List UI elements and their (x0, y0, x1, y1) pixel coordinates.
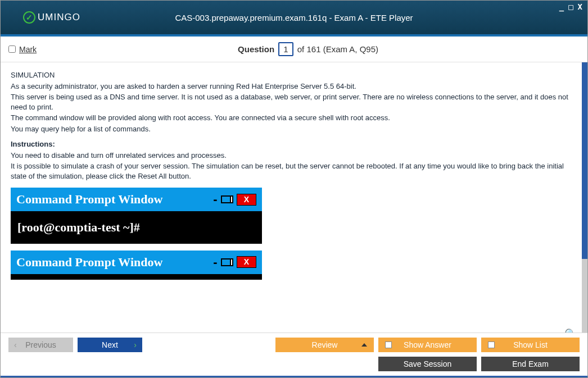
button-row-2: Save Session End Exam (8, 357, 580, 371)
logo-text: UMINGO (38, 12, 80, 23)
question-header: Mark Question 1 of 161 (Exam A, Q95) (1, 37, 587, 62)
button-row-1: ‹Previous Next› Review Show Answer Show … (8, 338, 580, 352)
command-prompt-window-2: Command Prompt Window - X (11, 251, 262, 280)
triangle-up-icon (361, 343, 367, 347)
question-total: of 161 (Exam A, Q95) (297, 44, 378, 54)
mark-label[interactable]: Mark (19, 45, 37, 54)
cmd-titlebar: Command Prompt Window - X (11, 251, 262, 274)
review-button[interactable]: Review (275, 338, 374, 352)
cmd-window-title: Command Prompt Window (16, 191, 213, 208)
previous-button[interactable]: ‹Previous (8, 338, 73, 352)
scenario-line: This server is being used as a DNS and t… (11, 92, 572, 112)
app-window: ✓ UMINGO CAS-003.prepaway.premium.exam.1… (0, 0, 588, 378)
close-icon[interactable]: X (576, 2, 584, 11)
instructions-paragraph: You need to disable and turn off unrelat… (11, 151, 572, 181)
window-controls: _ □ X (558, 2, 584, 11)
bottom-border (1, 376, 587, 377)
show-answer-label: Show Answer (404, 340, 451, 349)
scrollbar-thumb[interactable] (582, 62, 587, 259)
zoom-tools: 🔍 🔍+ 🔍- (564, 327, 577, 333)
show-list-button[interactable]: Show List (481, 338, 580, 352)
next-label: Next (102, 340, 118, 349)
end-exam-button[interactable]: End Exam (481, 357, 580, 371)
command-prompt-window-1: Command Prompt Window - X [root@comptia-… (11, 188, 262, 243)
cmd-close-button[interactable]: X (237, 256, 256, 268)
checkbox-icon (385, 341, 392, 348)
content-wrapper: SIMULATION As a security administrator, … (1, 62, 587, 333)
instructions-label: Instructions: (11, 139, 572, 149)
scenario-line: The command window will be provided alon… (11, 113, 572, 123)
question-indicator: Question 1 of 161 (Exam A, Q95) (37, 42, 580, 56)
cmd-titlebar: Command Prompt Window - X (11, 188, 262, 211)
cmd-restore-icon[interactable] (221, 195, 233, 203)
question-label: Question (238, 44, 274, 54)
review-label: Review (312, 340, 338, 349)
instructions-line: You need to disable and turn off unrelat… (11, 151, 572, 161)
cmd-terminal-body[interactable]: [root@comptia-test ~]# (11, 211, 262, 244)
cmd-terminal-body[interactable] (11, 274, 262, 280)
mark-checkbox[interactable] (8, 45, 16, 53)
checkbox-icon (488, 341, 495, 348)
search-icon[interactable]: 🔍 (564, 327, 577, 333)
cmd-window-title: Command Prompt Window (16, 254, 213, 271)
cmd-close-button[interactable]: X (237, 194, 256, 206)
content-area[interactable]: SIMULATION As a security administrator, … (1, 62, 582, 333)
cmd-minimize-icon[interactable]: - (213, 254, 217, 271)
instructions-line: It is possible to simulate a crash of yo… (11, 161, 572, 181)
logo-check-icon: ✓ (23, 11, 35, 24)
previous-label: Previous (25, 340, 56, 349)
show-list-label: Show List (513, 340, 548, 349)
minimize-icon[interactable]: _ (558, 2, 566, 11)
simulation-label: SIMULATION (11, 70, 572, 80)
scenario-line: As a security administrator, you are ask… (11, 81, 572, 92)
bottom-toolbar: ‹Previous Next› Review Show Answer Show … (1, 333, 587, 376)
scenario-paragraph: As a security administrator, you are ask… (11, 81, 572, 134)
scenario-line: You may query help for a list of command… (11, 124, 572, 134)
save-session-button[interactable]: Save Session (378, 357, 477, 371)
maximize-icon[interactable]: □ (567, 2, 575, 11)
window-title: CAS-003.prepaway.premium.exam.161q - Exa… (175, 13, 413, 22)
cmd-prompt-text: [root@comptia-test ~]# (17, 220, 140, 234)
cmd-restore-icon[interactable] (221, 258, 233, 266)
next-button[interactable]: Next› (78, 338, 142, 352)
app-logo: ✓ UMINGO (23, 11, 80, 24)
question-number: 1 (278, 42, 293, 56)
titlebar: ✓ UMINGO CAS-003.prepaway.premium.exam.1… (1, 1, 587, 34)
show-answer-button[interactable]: Show Answer (378, 338, 477, 352)
scrollbar[interactable] (582, 62, 587, 333)
cmd-minimize-icon[interactable]: - (213, 191, 217, 208)
